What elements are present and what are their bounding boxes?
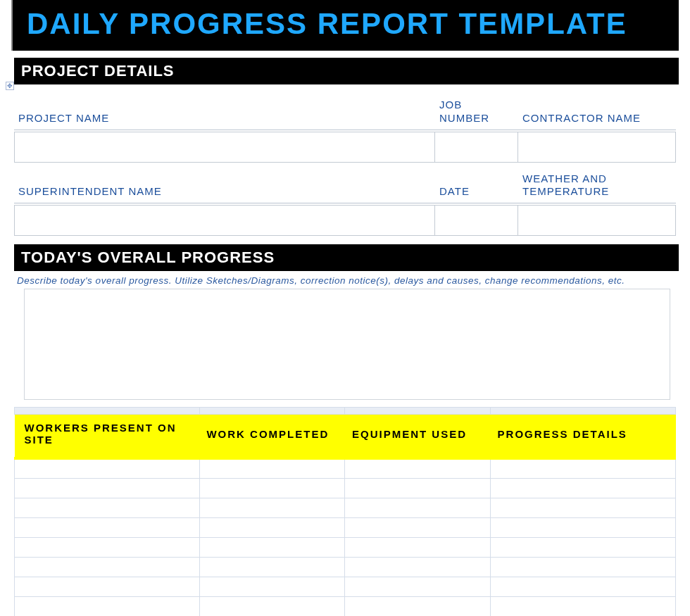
cell-equipment[interactable]	[345, 458, 491, 478]
col-workers-present: WORKERS PRESENT ON SITE	[15, 415, 200, 459]
cell-progress[interactable]	[491, 577, 676, 596]
cell-progress[interactable]	[491, 557, 676, 577]
table-row	[15, 478, 676, 498]
label-contractor-name: CONTRACTOR NAME	[518, 102, 676, 130]
col-work-completed: WORK COMPLETED	[199, 415, 345, 459]
cell-completed[interactable]	[199, 557, 345, 577]
input-superintendent-name[interactable]	[14, 205, 435, 236]
table-row	[15, 577, 676, 596]
cell-completed[interactable]	[199, 596, 345, 616]
input-date[interactable]	[435, 205, 518, 236]
table-row	[15, 557, 676, 577]
cell-equipment[interactable]	[345, 577, 491, 596]
cell-completed[interactable]	[199, 577, 345, 596]
summary-header-spacer	[15, 408, 676, 415]
cell-completed[interactable]	[199, 478, 345, 498]
table-row	[15, 537, 676, 557]
table-anchor-icon[interactable]: ✥	[6, 82, 14, 90]
cell-progress[interactable]	[491, 537, 676, 557]
cell-completed[interactable]	[199, 458, 345, 478]
cell-equipment[interactable]	[345, 537, 491, 557]
section-project-details-heading: PROJECT DETAILS	[14, 58, 679, 84]
cell-equipment[interactable]	[345, 596, 491, 616]
label-project-name: PROJECT NAME	[14, 102, 435, 130]
project-details-grid: PROJECT NAME JOB NUMBER CONTRACTOR NAME …	[14, 89, 676, 236]
cell-progress[interactable]	[491, 498, 676, 517]
input-job-number[interactable]	[435, 132, 518, 163]
cell-completed[interactable]	[199, 517, 345, 537]
label-weather-temp: WEATHER AND TEMPERATURE	[518, 163, 676, 204]
label-job-number: JOB NUMBER	[435, 89, 518, 130]
cell-workers[interactable]	[15, 557, 200, 577]
cell-equipment[interactable]	[345, 498, 491, 517]
details-inputs-row-1	[14, 132, 676, 163]
table-row	[15, 517, 676, 537]
overall-progress-input[interactable]	[24, 289, 670, 400]
input-weather-temp[interactable]	[518, 205, 676, 236]
cell-workers[interactable]	[15, 478, 200, 498]
summary-table-body	[15, 458, 676, 616]
page-title: DAILY PROGRESS REPORT TEMPLATE	[27, 7, 665, 41]
col-progress-details: PROGRESS DETAILS	[491, 415, 676, 459]
cell-progress[interactable]	[491, 478, 676, 498]
cell-workers[interactable]	[15, 458, 200, 478]
summary-header-row: WORKERS PRESENT ON SITE WORK COMPLETED E…	[15, 415, 676, 459]
cell-equipment[interactable]	[345, 517, 491, 537]
cell-progress[interactable]	[491, 517, 676, 537]
input-contractor-name[interactable]	[518, 132, 676, 163]
cell-equipment[interactable]	[345, 557, 491, 577]
col-equipment-used: EQUIPMENT USED	[345, 415, 491, 459]
overall-progress-description: Describe today's overall progress. Utili…	[14, 271, 676, 289]
cell-completed[interactable]	[199, 498, 345, 517]
cell-workers[interactable]	[15, 596, 200, 616]
input-project-name[interactable]	[14, 132, 435, 163]
table-row	[15, 596, 676, 616]
cell-workers[interactable]	[15, 517, 200, 537]
table-row	[15, 498, 676, 517]
details-labels-row-2: SUPERINTENDENT NAME DATE WEATHER AND TEM…	[14, 163, 676, 204]
cell-equipment[interactable]	[345, 478, 491, 498]
table-row	[15, 458, 676, 478]
summary-table: WORKERS PRESENT ON SITE WORK COMPLETED E…	[14, 407, 676, 616]
cell-workers[interactable]	[15, 537, 200, 557]
cell-progress[interactable]	[491, 596, 676, 616]
cell-progress[interactable]	[491, 458, 676, 478]
details-inputs-row-2	[14, 205, 676, 236]
title-bar: DAILY PROGRESS REPORT TEMPLATE	[11, 0, 679, 51]
label-date: DATE	[435, 175, 518, 203]
cell-workers[interactable]	[15, 577, 200, 596]
cell-completed[interactable]	[199, 537, 345, 557]
cell-workers[interactable]	[15, 498, 200, 517]
section-overall-progress-heading: TODAY'S OVERALL PROGRESS	[14, 244, 679, 271]
label-superintendent-name: SUPERINTENDENT NAME	[14, 175, 435, 203]
details-labels-row-1: PROJECT NAME JOB NUMBER CONTRACTOR NAME	[14, 89, 676, 130]
